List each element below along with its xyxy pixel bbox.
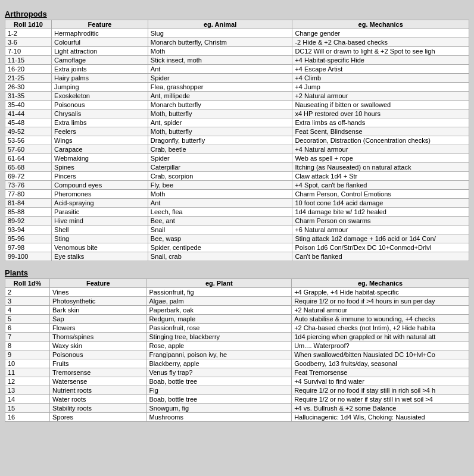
table-row: 81-84Acid-sprayingAnt10 foot cone 1d4 ac… xyxy=(5,199,469,208)
table-cell: Extra joints xyxy=(52,65,148,74)
table-cell: 41-44 xyxy=(5,109,52,118)
table-row: 97-98Venomous biteSpider, centipedePoiso… xyxy=(5,243,469,252)
table-cell: +6 Natural armour xyxy=(292,226,469,234)
table-cell: 16 xyxy=(5,413,50,422)
table-cell: Watersense xyxy=(50,377,146,386)
table-cell: 3-6 xyxy=(5,38,52,47)
table-row: 57-60CarapaceCrab, beetle+4 Natural armo… xyxy=(5,145,469,154)
table-cell: 16-20 xyxy=(5,65,52,74)
table-cell: 8 xyxy=(5,342,50,350)
table-cell: Water roots xyxy=(50,395,146,404)
table-cell: Poison 1d6 Con/Str/Dex DC 10+Conmod+Drlv… xyxy=(292,243,469,252)
table-cell: 2 xyxy=(5,288,50,297)
table-cell: 14 xyxy=(5,395,50,404)
table-cell: Extra limbs as off-hands xyxy=(292,118,469,127)
table-cell: 13 xyxy=(5,386,50,395)
plants-col-animal: eg. Plant xyxy=(146,279,292,288)
table-cell: Moth xyxy=(148,190,292,199)
table-row: 11-15CamoflageStick insect, moth+4 Habit… xyxy=(5,56,469,65)
table-row: 9PoisonousFrangipanni, poison ivy, heWhe… xyxy=(5,350,469,359)
table-cell: 77-80 xyxy=(5,190,52,199)
table-cell: Chrysalis xyxy=(52,109,148,118)
table-row: 85-88ParasiticLeech, flea1d4 damage bite… xyxy=(5,208,469,217)
arthropods-col-animal: eg. Animal xyxy=(148,20,292,29)
table-cell: Feat Tremorsense xyxy=(292,368,469,377)
table-cell: Light attraction xyxy=(52,47,148,56)
table-cell: +4 Survival to find water xyxy=(292,377,469,386)
table-cell: Slug xyxy=(148,29,292,38)
table-cell: +4 vs. Bullrush & +2 some Balance xyxy=(292,404,469,413)
table-row: 89-92Hive mindBee, antCharm Person on sw… xyxy=(5,217,469,226)
table-row: 10FruitsBlackberry, appleGoodberry, 1d3 … xyxy=(5,359,469,368)
table-cell: 93-94 xyxy=(5,226,52,234)
table-cell: Moth, butterfly xyxy=(148,109,292,118)
plants-table: Roll 1d% Feature eg. Plant eg. Mechanics… xyxy=(5,278,469,422)
table-row: 8Waxy skinRose, appleUm.... Waterproof? xyxy=(5,342,469,350)
table-row: 65-68SpinesCaterpillarItching (as Nausea… xyxy=(5,163,469,172)
table-row: 61-64WebmakingSpiderWeb as spell + rope xyxy=(5,154,469,163)
table-cell: Shell xyxy=(52,226,148,234)
table-cell: When swallowed/bitten Nausiated DC 10+lv… xyxy=(292,350,469,359)
table-cell: Waxy skin xyxy=(50,342,146,350)
plants-section: Plants Roll 1d% Feature eg. Plant eg. Me… xyxy=(5,268,469,422)
table-cell: Crab, beetle xyxy=(148,145,292,154)
table-row: 73-76Compound eyesFly, bee+4 Spot, can't… xyxy=(5,181,469,190)
table-cell: Exoskeleton xyxy=(52,92,148,101)
table-row: 7-10Light attractionMothDC12 Will or dra… xyxy=(5,47,469,56)
table-cell: 97-98 xyxy=(5,243,52,252)
table-cell: Fruits xyxy=(50,359,146,368)
table-cell: Camoflage xyxy=(52,56,148,65)
table-cell: x4 HP restored over 10 hours xyxy=(292,109,469,118)
table-cell: 73-76 xyxy=(5,181,52,190)
table-cell: Rose, apple xyxy=(146,342,292,350)
table-row: 5SapRedgum, mapleAuto stabilise & immune… xyxy=(5,315,469,324)
table-cell: 10 xyxy=(5,359,50,368)
table-row: 35-40PoisonousMonarch butterflyNauseatin… xyxy=(5,101,469,109)
table-row: 41-44ChrysalisMoth, butterflyx4 HP resto… xyxy=(5,109,469,118)
table-cell: +4 Spot, can't be flanked xyxy=(292,181,469,190)
table-cell: 65-68 xyxy=(5,163,52,172)
table-cell: 10 foot cone 1d4 acid damage xyxy=(292,199,469,208)
table-cell: +4 Jump xyxy=(292,83,469,92)
table-cell: Passionfruit, fig xyxy=(146,288,292,297)
table-cell: 49-52 xyxy=(5,127,52,136)
arthropods-header-row: Roll 1d10 Feature eg. Animal eg. Mechani… xyxy=(5,20,469,29)
table-row: 11TremorsenseVenus fly trap?Feat Tremors… xyxy=(5,368,469,377)
table-row: 99-100Eye stalksSnail, crabCan't be flan… xyxy=(5,252,469,261)
table-row: 14Water rootsBoab, bottle treeRequire 1/… xyxy=(5,395,469,404)
table-cell: Nauseating if bitten or swallowed xyxy=(292,101,469,109)
table-row: 3-6ColourfulMonarch butterfly, Christm-2… xyxy=(5,38,469,47)
table-cell: Web as spell + rope xyxy=(292,154,469,163)
table-cell: 31-35 xyxy=(5,92,52,101)
table-cell: Fly, bee xyxy=(148,181,292,190)
table-cell: Compound eyes xyxy=(52,181,148,190)
table-cell: +4 Habitat-specific Hide xyxy=(292,56,469,65)
table-cell: Hairy palms xyxy=(52,74,148,83)
table-cell: Algae, palm xyxy=(146,297,292,306)
table-cell: Passionfruit, rose xyxy=(146,324,292,333)
arthropods-title: Arthropods xyxy=(5,10,469,18)
table-cell: Extra limbs xyxy=(52,118,148,127)
table-cell: Require 1/2 or no food if >4 hours in su… xyxy=(292,297,469,306)
table-row: 93-94ShellSnail+6 Natural armour xyxy=(5,226,469,234)
arthropods-table: Roll 1d10 Feature eg. Animal eg. Mechani… xyxy=(5,20,469,261)
table-cell: +4 Grapple, +4 Hide habitat-specific xyxy=(292,288,469,297)
table-cell: Require 1/2 or no water if stay still in… xyxy=(292,395,469,404)
table-row: 69-72PincersCrab, scorpionClaw attack 1d… xyxy=(5,172,469,181)
table-cell: Colourful xyxy=(52,38,148,47)
table-cell: 4 xyxy=(5,306,50,315)
table-cell: +2 Natural armour xyxy=(292,92,469,101)
table-row: 21-25Hairy palmsSpider+4 Climb xyxy=(5,74,469,83)
table-cell: Sap xyxy=(50,315,146,324)
table-cell: +2 Natural armour xyxy=(292,306,469,315)
table-cell: Charm Person, Control Emotions xyxy=(292,190,469,199)
table-cell: Flowers xyxy=(50,324,146,333)
table-cell: 1d4 damage bite w/ 1d2 healed xyxy=(292,208,469,217)
table-cell: Ant, millipede xyxy=(148,92,292,101)
table-cell: Hermaphroditic xyxy=(52,29,148,38)
table-row: 49-52FeelersMoth, butterflyFeat Scent, B… xyxy=(5,127,469,136)
table-row: 1-2HermaphroditicSlugChange gender xyxy=(5,29,469,38)
table-cell: 69-72 xyxy=(5,172,52,181)
table-cell: 3 xyxy=(5,297,50,306)
table-cell: Crab, scorpion xyxy=(148,172,292,181)
